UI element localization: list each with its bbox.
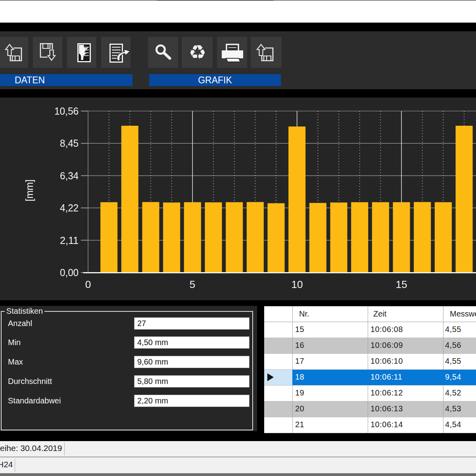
svg-text:[mm]: [mm] [24,179,35,202]
svg-text:5: 5 [190,278,195,290]
svg-text:8,45: 8,45 [60,137,79,149]
svg-text:0,00: 0,00 [60,267,79,278]
svg-text:0: 0 [85,278,91,290]
svg-text:10,56: 10,56 [54,105,79,117]
svg-text:10: 10 [292,278,303,290]
svg-text:4,22: 4,22 [60,202,79,214]
svg-text:2,11: 2,11 [60,234,79,246]
svg-text:15: 15 [396,278,407,290]
svg-text:6,34: 6,34 [60,170,79,182]
